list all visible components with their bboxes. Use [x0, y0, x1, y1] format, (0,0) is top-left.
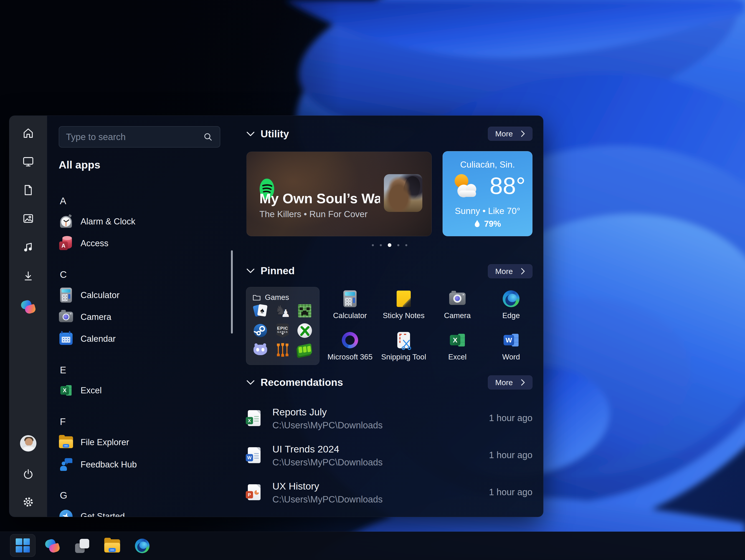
song-subtitle: The Killers • Run For Cover: [259, 209, 367, 219]
app-row-camera[interactable]: Camera: [59, 306, 227, 328]
music-icon[interactable]: [21, 240, 35, 254]
carousel-dot[interactable]: [405, 244, 407, 246]
carousel-dot[interactable]: [372, 244, 374, 246]
taskbar-file-explorer-icon[interactable]: [103, 537, 121, 555]
taskbar-edge-icon[interactable]: [133, 537, 151, 555]
pinned-microsoft-365[interactable]: Microsoft 365: [327, 331, 373, 370]
search-input[interactable]: [66, 132, 203, 142]
calculator-icon: [59, 288, 73, 303]
app-row-alarm-clock[interactable]: Alarm & Clock: [59, 211, 227, 232]
pinned-sticky-notes[interactable]: Sticky Notes: [381, 289, 426, 328]
app-label: Camera: [80, 312, 111, 322]
music-widget[interactable]: My Own Soul’s Warni... The Killers • Run…: [247, 152, 432, 236]
epic-games-icon[interactable]: EPIC GAMES: [276, 323, 290, 338]
utility-more-button[interactable]: More: [488, 127, 532, 141]
carousel-dot-active[interactable]: [388, 243, 391, 247]
app-row-feedback-hub[interactable]: Feedback Hub: [59, 454, 227, 476]
app-row-excel[interactable]: X Excel: [59, 380, 227, 401]
chevron-down-icon[interactable]: [247, 268, 255, 274]
pinned-calculator[interactable]: Calculator: [327, 289, 373, 328]
microsoft-365-icon: [341, 331, 359, 349]
app-label: Get Started: [80, 512, 125, 517]
weather-condition: Sunny • Like 70°: [443, 206, 532, 216]
chevron-down-icon[interactable]: [247, 380, 255, 385]
app-row-access[interactable]: A Access: [59, 232, 227, 254]
feedback-hub-icon: [59, 457, 73, 472]
app-label: Calculator: [80, 290, 120, 300]
recommendations-more-button[interactable]: More: [488, 375, 532, 389]
app-row-calendar[interactable]: Calendar: [59, 328, 227, 350]
pinned-label: Calculator: [333, 311, 367, 320]
pinned-snipping-tool[interactable]: Snipping Tool: [381, 331, 426, 370]
chess-icon[interactable]: ♞♟: [276, 304, 290, 318]
weather-humidity: 79%: [443, 219, 532, 229]
power-icon[interactable]: [21, 467, 35, 481]
avatar[interactable]: [20, 435, 36, 452]
get-started-icon: [59, 509, 73, 517]
pinned-more-button[interactable]: More: [488, 264, 532, 278]
home-icon[interactable]: [21, 126, 35, 141]
section-letter-g: G: [60, 490, 87, 501]
apps-scrollbar[interactable]: [231, 250, 233, 334]
excel-file-icon: X: [248, 410, 261, 426]
calendar-icon: [59, 331, 73, 346]
pinned-label: Excel: [448, 353, 467, 361]
pinned-edge[interactable]: Edge: [488, 289, 534, 328]
app-row-file-explorer[interactable]: File Explorer: [59, 431, 227, 453]
album-art: [384, 174, 422, 212]
song-title: My Own Soul’s Warni...: [259, 190, 380, 206]
pinned-word[interactable]: W Word: [488, 331, 534, 370]
task-view-icon[interactable]: [73, 537, 91, 555]
green-tiles-game-icon[interactable]: [297, 343, 312, 357]
app-row-calculator[interactable]: Calculator: [59, 284, 227, 306]
recommendation-row[interactable]: W UI Trends 2024 C:\Users\MyPC\Downloads…: [247, 439, 532, 473]
excel-icon: X: [448, 331, 467, 349]
discord-icon[interactable]: [253, 343, 268, 357]
downloads-icon[interactable]: [21, 269, 35, 283]
search-bar[interactable]: [59, 126, 220, 147]
humidity-value: 79%: [484, 219, 501, 229]
app-label: Access: [80, 239, 108, 248]
carousel-dot[interactable]: [397, 244, 399, 246]
pinned-excel[interactable]: X Excel: [434, 331, 480, 370]
powerpoint-file-icon: P: [248, 484, 261, 500]
all-apps-title: All apps: [59, 159, 100, 171]
app-label: Excel: [80, 386, 102, 395]
snipping-tool-icon: [394, 331, 413, 349]
droplet-icon: [474, 220, 480, 228]
navigation-rail: [9, 116, 47, 517]
weather-location: Culiacán, Sin.: [443, 160, 532, 170]
recommendation-title: UI Trends 2024: [272, 444, 339, 455]
pinned-camera[interactable]: Camera: [434, 289, 480, 328]
recommendation-row[interactable]: P UX History C:\Users\MyPC\Downloads 1 h…: [247, 476, 532, 510]
app-row-get-started[interactable]: Get Started: [59, 505, 227, 517]
excel-icon: X: [59, 383, 73, 398]
display-icon[interactable]: [21, 154, 35, 169]
recommendation-row[interactable]: X Reports July C:\Users\MyPC\Downloads 1…: [247, 401, 532, 435]
carousel-dot[interactable]: [380, 244, 382, 246]
copilot-icon[interactable]: [21, 300, 35, 314]
taskbar-copilot-icon[interactable]: [43, 537, 61, 555]
pictures-icon[interactable]: [21, 211, 35, 226]
section-letter-f: F: [60, 416, 87, 427]
minecraft-creeper-icon[interactable]: [297, 304, 312, 318]
access-icon: A: [59, 236, 73, 251]
settings-icon[interactable]: [21, 495, 35, 509]
chevron-down-icon[interactable]: [247, 131, 255, 137]
xbox-icon[interactable]: [297, 323, 312, 338]
pinned-label: Snipping Tool: [381, 353, 426, 361]
app-label: Alarm & Clock: [80, 217, 135, 226]
document-icon[interactable]: [21, 183, 35, 197]
calculator-icon: [341, 289, 359, 308]
folder-icon: [253, 294, 261, 301]
start-button[interactable]: [10, 534, 35, 557]
games-folder-tile[interactable]: Games ♠ ♞♟ EPIC GAME: [246, 287, 320, 365]
weather-widget[interactable]: Culiacán, Sin. 88° Sunny • Like 70° 79%: [443, 151, 532, 236]
call-of-duty-icon[interactable]: [276, 343, 290, 357]
steam-icon[interactable]: [253, 323, 268, 338]
pinned-label: Microsoft 365: [327, 353, 372, 361]
taskbar: [0, 532, 745, 560]
solitaire-icon[interactable]: ♠: [253, 304, 268, 318]
recommendation-path: C:\Users\MyPC\Downloads: [272, 457, 383, 467]
sun-cloud-icon: [451, 172, 480, 199]
